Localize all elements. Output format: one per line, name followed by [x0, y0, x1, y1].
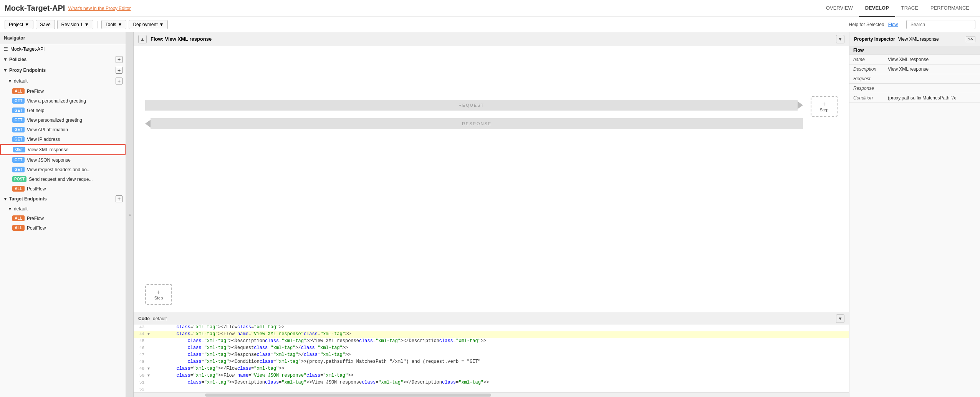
flow-panel-wrapper: ▲ Flow: View XML response ▼ + Step REQUE…: [134, 32, 980, 397]
target-endpoints-add-button[interactable]: +: [116, 195, 122, 202]
badge-2: GET: [12, 108, 25, 113]
proxy-default-section[interactable]: ▼ default +: [0, 76, 126, 86]
proxy-nav-item-2[interactable]: GETGet help: [0, 106, 126, 115]
request-bar: REQUEST: [145, 100, 798, 111]
target-endpoints-section[interactable]: ▼ Target Endpoints +: [0, 194, 126, 204]
line-content-48[interactable]: class="xml-tag"><Conditionclass="xml-tag…: [153, 359, 849, 366]
code-line-51[interactable]: 51 class="xml-tag"><Descriptionclass="xm…: [134, 380, 849, 387]
nav-item-label-8: View request headers and bo...: [27, 167, 91, 172]
line-number-49: 49: [134, 366, 147, 373]
tab-develop[interactable]: DEVELOP: [859, 0, 895, 17]
line-content-49[interactable]: class="xml-tag"></Flowclass="xml-tag">>: [153, 366, 849, 373]
tools-button[interactable]: Tools ▼: [101, 20, 127, 29]
code-line-46[interactable]: 46 class="xml-tag"><Requestclass="xml-ta…: [134, 345, 849, 352]
target-badge-0: ALL: [12, 215, 25, 221]
navigator-panel: Navigator ☰ Mock-Target-API ▼ Policies +…: [0, 32, 126, 397]
code-line-47[interactable]: 47 class="xml-tag"><Responseclass="xml-t…: [134, 352, 849, 359]
proxy-nav-item-10[interactable]: ALLPostFlow: [0, 184, 126, 194]
proxy-default-add-button[interactable]: +: [116, 78, 122, 84]
line-toggle-44[interactable]: ▼: [147, 331, 153, 338]
code-line-49[interactable]: 49▼ class="xml-tag"></Flowclass="xml-tag…: [134, 366, 849, 373]
api-title-label: Mock-Target-API: [10, 46, 45, 52]
target-default-section[interactable]: ▼ default: [0, 204, 126, 213]
code-line-44[interactable]: 44▼ class="xml-tag"><Flow name="View XML…: [134, 331, 849, 338]
proxy-nav-item-0[interactable]: ALLPreFlow: [0, 86, 126, 96]
search-input[interactable]: [906, 20, 975, 29]
nav-item-label-9: Send request and view reque...: [29, 177, 93, 182]
line-content-52[interactable]: [153, 387, 849, 392]
line-toggle-49[interactable]: ▼: [147, 366, 153, 373]
tab-performance[interactable]: PERFORMANCE: [924, 0, 975, 17]
tab-overview[interactable]: OVERVIEW: [820, 0, 859, 17]
code-line-48[interactable]: 48 class="xml-tag"><Conditionclass="xml-…: [134, 359, 849, 366]
line-toggle-43: [147, 324, 153, 331]
line-content-43[interactable]: class="xml-tag"></Flowclass="xml-tag">>: [153, 324, 849, 331]
flow-down-button[interactable]: ▼: [836, 35, 844, 43]
line-number-51: 51: [134, 380, 147, 387]
property-header: Property Inspector View XML response >>: [849, 32, 980, 46]
app-subtitle-link[interactable]: What's new in the Proxy Editor: [68, 6, 131, 11]
proxy-nav-item-8[interactable]: GETView request headers and bo...: [0, 165, 126, 174]
line-number-52: 52: [134, 387, 147, 392]
badge-8: GET: [12, 167, 25, 172]
revision-label: Revision 1: [61, 22, 83, 27]
target-badge-1: ALL: [12, 225, 25, 231]
line-content-50[interactable]: class="xml-tag"><Flow name="View JSON re…: [153, 373, 849, 380]
revision-button[interactable]: Revision 1 ▼: [57, 20, 93, 29]
code-horizontal-scrollbar[interactable]: [134, 392, 849, 397]
target-nav-item-1[interactable]: ALLPostFlow: [0, 223, 126, 233]
code-body[interactable]: 43 class="xml-tag"></Flowclass="xml-tag"…: [134, 324, 849, 392]
prop-value-response: [884, 84, 980, 93]
target-nav-item-0[interactable]: ALLPreFlow: [0, 213, 126, 223]
flow-header: ▲ Flow: View XML response ▼: [134, 32, 849, 46]
prop-value-description: View XML response: [884, 65, 980, 74]
line-content-47[interactable]: class="xml-tag"><Responseclass="xml-tag"…: [153, 352, 849, 359]
line-toggle-45: [147, 338, 153, 345]
toolbar: Project ▼ Save Revision 1 ▼ Tools ▼ Depl…: [0, 17, 980, 32]
code-collapse-button[interactable]: ▼: [836, 314, 844, 323]
line-content-51[interactable]: class="xml-tag"><Descriptionclass="xml-t…: [153, 380, 849, 387]
proxy-nav-item-9[interactable]: POSTSend request and view reque...: [0, 174, 126, 184]
flow-link[interactable]: Flow: [888, 22, 898, 27]
step-box-right[interactable]: + Step: [811, 96, 838, 117]
line-toggle-46: [147, 345, 153, 352]
prop-label-request: Request: [849, 74, 884, 84]
proxy-endpoints-add-button[interactable]: +: [116, 67, 122, 74]
navigator-content: ☰ Mock-Target-API ▼ Policies + ▼ Proxy E…: [0, 44, 126, 397]
proxy-nav-item-7[interactable]: GETView JSON response: [0, 155, 126, 165]
nav-item-label-2: Get help: [27, 108, 44, 113]
property-expand-button[interactable]: >>: [966, 36, 975, 42]
line-content-44[interactable]: class="xml-tag"><Flow name="View XML res…: [153, 331, 849, 338]
step-box-left[interactable]: + Step: [145, 284, 172, 305]
proxy-endpoints-section[interactable]: ▼ Proxy Endpoints +: [0, 65, 126, 76]
code-line-50[interactable]: 50▼ class="xml-tag"><Flow name="View JSO…: [134, 373, 849, 380]
code-line-52[interactable]: 52: [134, 387, 849, 392]
flow-title: Flow: View XML response: [147, 36, 836, 42]
flow-up-button[interactable]: ▲: [138, 35, 147, 43]
line-toggle-50[interactable]: ▼: [147, 373, 153, 380]
code-line-45[interactable]: 45 class="xml-tag"><Descriptionclass="xm…: [134, 338, 849, 345]
policies-section[interactable]: ▼ Policies +: [0, 54, 126, 65]
target-default-label: default: [14, 206, 28, 212]
code-header: Code default ▼: [134, 313, 849, 324]
tab-trace[interactable]: TRACE: [895, 0, 924, 17]
line-content-45[interactable]: class="xml-tag"><Descriptionclass="xml-t…: [153, 338, 849, 345]
api-title-item[interactable]: ☰ Mock-Target-API: [0, 44, 126, 54]
save-button[interactable]: Save: [36, 20, 55, 29]
proxy-default-label: default: [14, 78, 28, 84]
proxy-nav-item-4[interactable]: GETView API affirmation: [0, 125, 126, 134]
step-label-left: Step: [154, 296, 163, 300]
code-scrollbar-thumb: [205, 394, 491, 397]
proxy-nav-item-1[interactable]: GETView a personalized greeting: [0, 96, 126, 106]
policies-add-button[interactable]: +: [116, 56, 122, 63]
deployment-button[interactable]: Deployment ▼: [129, 20, 168, 29]
badge-0: ALL: [12, 88, 25, 94]
nav-collapse-button[interactable]: «: [126, 32, 134, 397]
proxy-nav-item-6[interactable]: GETView XML response: [0, 144, 126, 155]
code-line-43[interactable]: 43 class="xml-tag"></Flowclass="xml-tag"…: [134, 324, 849, 331]
line-content-46[interactable]: class="xml-tag"><Requestclass="xml-tag">…: [153, 345, 849, 352]
top-nav: Mock-Target-API What's new in the Proxy …: [0, 0, 980, 17]
proxy-nav-item-5[interactable]: GETView IP address: [0, 134, 126, 144]
proxy-nav-item-3[interactable]: GETView personalized greeting: [0, 115, 126, 125]
project-button[interactable]: Project ▼: [5, 20, 33, 29]
